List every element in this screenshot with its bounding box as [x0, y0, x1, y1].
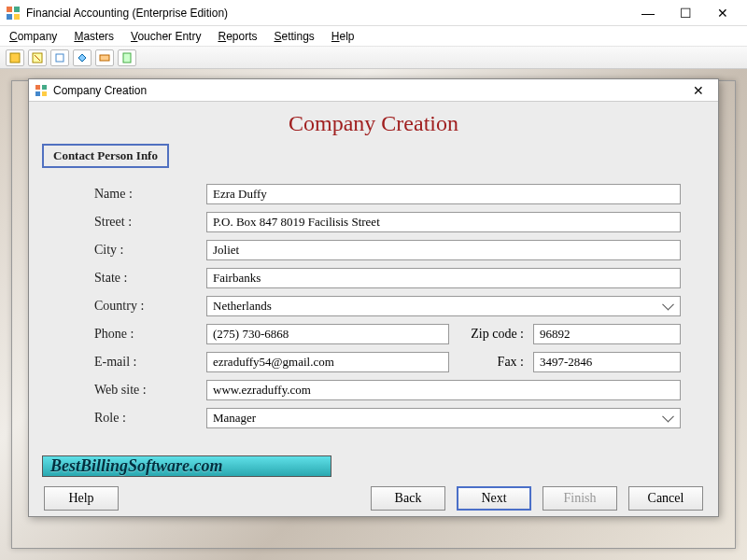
street-field[interactable]: P.O. Box 847 8019 Facilisis Street	[206, 212, 681, 232]
label-website: Web site :	[94, 383, 206, 398]
banner: BestBillingSoftware.com	[42, 455, 331, 477]
main-titlebar: Financial Accounting (Enterprise Edition…	[0, 0, 747, 26]
menubar: Company Masters Voucher Entry Reports Se…	[0, 26, 747, 47]
label-country: Country :	[94, 299, 206, 314]
dialog-heading: Company Creation	[38, 111, 709, 136]
state-field[interactable]: Fairbanks	[206, 268, 681, 288]
dialog-close-button[interactable]: ✕	[684, 81, 712, 100]
zip-field[interactable]: 96892	[533, 324, 681, 344]
menu-company[interactable]: Company	[9, 30, 57, 43]
help-button[interactable]: Help	[44, 486, 119, 511]
role-select[interactable]: Manager	[206, 408, 681, 428]
menu-voucher[interactable]: Voucher Entry	[131, 30, 201, 43]
dialog-title: Company Creation	[53, 84, 684, 97]
country-select[interactable]: Netherlands	[206, 296, 681, 316]
label-phone: Phone :	[94, 327, 206, 342]
city-field[interactable]: Joliet	[206, 240, 681, 260]
svg-rect-8	[123, 53, 131, 63]
phone-field[interactable]: (275) 730-6868	[206, 324, 449, 344]
toolbar-btn-3[interactable]	[50, 49, 69, 66]
svg-rect-9	[35, 85, 40, 90]
svg-rect-12	[42, 91, 47, 96]
label-fax: Fax :	[449, 355, 533, 370]
dialog-icon	[35, 84, 48, 97]
window-title: Financial Accounting (Enterprise Edition…	[26, 7, 629, 20]
menu-settings[interactable]: Settings	[274, 30, 314, 43]
toolbar-btn-6[interactable]	[118, 49, 136, 66]
close-button[interactable]: ✕	[704, 2, 741, 24]
next-button[interactable]: Next	[457, 486, 531, 511]
website-field[interactable]: www.ezraduffy.com	[206, 380, 681, 400]
button-row: Help Back Next Finish Cancel	[38, 486, 709, 511]
svg-rect-4	[10, 53, 20, 63]
label-zip: Zip code :	[449, 327, 533, 342]
fax-field[interactable]: 3497-2846	[533, 352, 681, 372]
cancel-button[interactable]: Cancel	[628, 486, 703, 511]
section-tab: Contact Person Info	[42, 144, 169, 168]
svg-rect-7	[100, 55, 109, 61]
svg-rect-3	[14, 14, 20, 20]
label-role: Role :	[94, 411, 206, 426]
maximize-button[interactable]: ☐	[667, 2, 704, 24]
toolbar-btn-5[interactable]	[95, 49, 114, 66]
label-city: City :	[94, 243, 206, 258]
form-area: Name : Ezra Duffy Street : P.O. Box 847 …	[38, 177, 709, 441]
toolbar-btn-2[interactable]	[28, 49, 47, 66]
svg-rect-2	[7, 14, 12, 20]
svg-rect-6	[56, 54, 63, 62]
svg-rect-11	[35, 91, 40, 96]
name-field[interactable]: Ezra Duffy	[206, 184, 681, 204]
minimize-button[interactable]: —	[629, 2, 667, 24]
dialog-titlebar: Company Creation ✕	[29, 79, 718, 102]
svg-rect-0	[7, 7, 12, 12]
email-field[interactable]: ezraduffy54@gmail.com	[206, 352, 449, 372]
label-email: E-mail :	[94, 355, 206, 370]
back-button[interactable]: Back	[371, 486, 445, 511]
menu-reports[interactable]: Reports	[218, 30, 257, 43]
finish-button: Finish	[543, 486, 617, 511]
company-creation-dialog: Company Creation ✕ Company Creation Cont…	[28, 78, 719, 517]
svg-rect-10	[42, 85, 47, 90]
toolbar	[0, 47, 747, 69]
toolbar-btn-4[interactable]	[73, 49, 92, 66]
app-icon	[6, 6, 21, 21]
menu-masters[interactable]: Masters	[74, 30, 114, 43]
label-state: State :	[94, 271, 206, 286]
label-name: Name :	[94, 187, 206, 202]
toolbar-btn-1[interactable]	[6, 49, 24, 66]
label-street: Street :	[94, 215, 206, 230]
svg-rect-1	[14, 7, 20, 12]
menu-help[interactable]: Help	[331, 30, 355, 43]
